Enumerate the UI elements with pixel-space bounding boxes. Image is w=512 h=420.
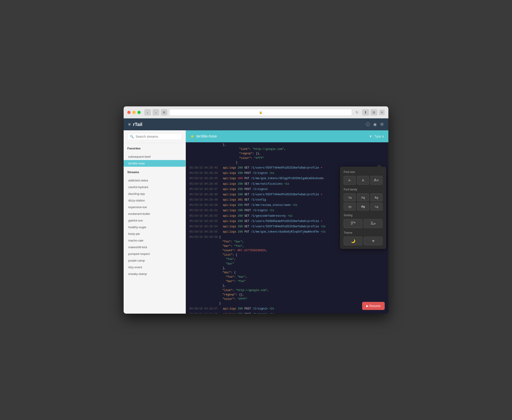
lock-icon: 🔒: [259, 111, 262, 114]
sidebar-item-ritzy-event[interactable]: ritzy-event: [124, 264, 186, 270]
svg-marker-3: [354, 222, 356, 223]
stream-title: terrible-hose: [196, 134, 217, 138]
app-header: ≡ rTail ⓘ ◉ ⚙: [124, 118, 388, 130]
maximize-button[interactable]: [137, 111, 141, 114]
log-entry: 05/29/15 04:26:58 api:logs 200 POST /1/s…: [186, 312, 388, 314]
sidebar: 🔍 Favorites subsequent-beef terrible-hos…: [124, 130, 186, 314]
sidebar-item-careful-hydrant[interactable]: careful-hydrant: [124, 184, 186, 190]
stream-filter: ▼ Type a: [369, 135, 384, 138]
clone-button[interactable]: ⧉: [371, 109, 377, 116]
sidebar-item-makeshift-kick[interactable]: makeshift-kick: [124, 244, 186, 251]
forward-button[interactable]: ›: [153, 109, 159, 116]
layout-button[interactable]: ⊞: [161, 109, 167, 116]
hamburger-icon[interactable]: ≡: [128, 122, 131, 127]
svg-rect-4: [371, 222, 372, 222]
refresh-button[interactable]: ↻: [356, 111, 358, 114]
font-family-row: Ag Ag Ag Ag Ag Ag: [344, 193, 382, 210]
sidebar-item-healthy-sugar[interactable]: healthy-sugar: [124, 224, 186, 231]
new-tab-button[interactable]: +: [379, 110, 385, 115]
font-size-title: Font size: [344, 170, 382, 174]
theme-row: 🌙 ☀: [344, 237, 382, 245]
traffic-lights: [127, 111, 141, 114]
brand-name: rTail: [133, 122, 142, 127]
font-family-btn-6[interactable]: Ag: [371, 203, 382, 210]
sidebar-item-gainful-sun[interactable]: gainful-sun: [124, 217, 186, 224]
svg-rect-6: [371, 224, 374, 225]
app-main-wrapper: ≡ rTail ⓘ ◉ ⚙ 🔍 Favorites: [124, 118, 388, 314]
log-entry: 05/29/15 04:26:57 api:logs 200 POST /1/s…: [186, 306, 388, 312]
address-bar[interactable]: 🔒: [169, 109, 352, 116]
header-actions: ⓘ ◉ ⚙: [366, 122, 384, 127]
settings-popup: Font size A- A A+ Font family Ag Ag Ag A…: [340, 167, 386, 249]
back-button[interactable]: ‹: [144, 109, 151, 116]
minimize-button[interactable]: [132, 111, 136, 114]
sidebar-item-subsequent-beef[interactable]: subsequent-beef: [124, 153, 186, 160]
search-input[interactable]: [136, 135, 179, 138]
filter-icon: ▼: [369, 135, 372, 138]
font-size-medium-button[interactable]: A: [357, 176, 369, 185]
theme-dark-button[interactable]: 🌙: [344, 237, 362, 245]
filter-placeholder[interactable]: Type a: [374, 135, 384, 138]
content-wrapper: 🔍 Favorites subsequent-beef terrible-hos…: [124, 130, 388, 314]
app-window: ‹ › ⊞ 🔒 ↻ ⬆ ⧉ + ≡ rTail ⓘ ◉ ⚙: [124, 106, 388, 314]
sidebar-item-exuberant-butter[interactable]: exuberant-butter: [124, 210, 186, 217]
svg-marker-7: [374, 223, 376, 225]
theme-light-button[interactable]: ☀: [364, 237, 382, 245]
favorites-section: Favorites: [124, 143, 186, 153]
search-input-wrapper[interactable]: 🔍: [127, 133, 182, 140]
share-button[interactable]: ⬆: [362, 109, 369, 116]
app-brand: ≡ rTail: [128, 122, 142, 127]
sidebar-item-purple-camp[interactable]: purple-camp: [124, 257, 186, 264]
sidebar-item-pumped-respect[interactable]: pumped-respect: [124, 251, 186, 257]
theme-title: Theme: [344, 231, 382, 234]
sidebar-item-sneaky-stamp[interactable]: sneaky-stamp: [124, 270, 186, 277]
titlebar: ‹ › ⊞ 🔒 ↻ ⬆ ⧉ +: [124, 106, 388, 118]
font-size-row: A- A A+: [344, 176, 382, 185]
font-family-title: Font family: [344, 188, 382, 191]
sidebar-item-terrible-hose[interactable]: terrible-hose: [124, 160, 186, 167]
sorting-row: [344, 219, 382, 228]
font-size-larger-button[interactable]: A+: [371, 176, 382, 185]
resume-button[interactable]: ▶ Resume: [362, 302, 385, 310]
svg-rect-0: [351, 222, 354, 222]
titlebar-actions: ⬆ ⧉: [362, 109, 377, 116]
close-button[interactable]: [127, 111, 131, 114]
streams-title: Streams: [127, 170, 182, 174]
sidebar-item-expensive-toe[interactable]: expensive-toe: [124, 204, 186, 210]
sidebar-item-macho-rate[interactable]: macho-rate: [124, 237, 186, 244]
json-pre-block: }, "link": "http://google.com", "regexp"…: [186, 142, 388, 165]
sort-desc-button[interactable]: [364, 219, 382, 228]
sidebar-item-dazzling-spy[interactable]: dazzling-spy: [124, 190, 186, 197]
sidebar-item-lively-pie[interactable]: lively-pie: [124, 231, 186, 237]
favorites-title: Favorites: [127, 147, 182, 150]
streams-section: Streams: [124, 167, 186, 177]
sort-asc-button[interactable]: [344, 219, 362, 228]
font-family-btn-5[interactable]: Ag: [357, 203, 369, 210]
font-family-btn-2[interactable]: Ag: [357, 193, 369, 201]
stream-header: ★ terrible-hose ▼ Type a: [186, 130, 388, 142]
stream-star-icon[interactable]: ★: [190, 134, 194, 139]
search-container: 🔍: [124, 130, 186, 143]
info-button[interactable]: ⓘ: [366, 122, 370, 127]
svg-rect-1: [351, 223, 353, 223]
font-family-btn-1[interactable]: Ag: [344, 193, 356, 201]
sidebar-item-addicted-zebra[interactable]: addicted-zebra: [124, 177, 186, 184]
font-size-smaller-button[interactable]: A-: [344, 176, 356, 185]
sidebar-item-dizzy-station[interactable]: dizzy-station: [124, 197, 186, 204]
sorting-title: Sorting: [344, 214, 382, 217]
globe-button[interactable]: ◉: [373, 122, 377, 127]
svg-rect-5: [371, 223, 373, 223]
settings-button[interactable]: ⚙: [380, 122, 384, 127]
search-icon: 🔍: [130, 135, 134, 138]
font-family-btn-4[interactable]: Ag: [344, 203, 356, 210]
font-family-btn-3[interactable]: Ag: [371, 193, 382, 201]
svg-rect-2: [351, 224, 352, 225]
